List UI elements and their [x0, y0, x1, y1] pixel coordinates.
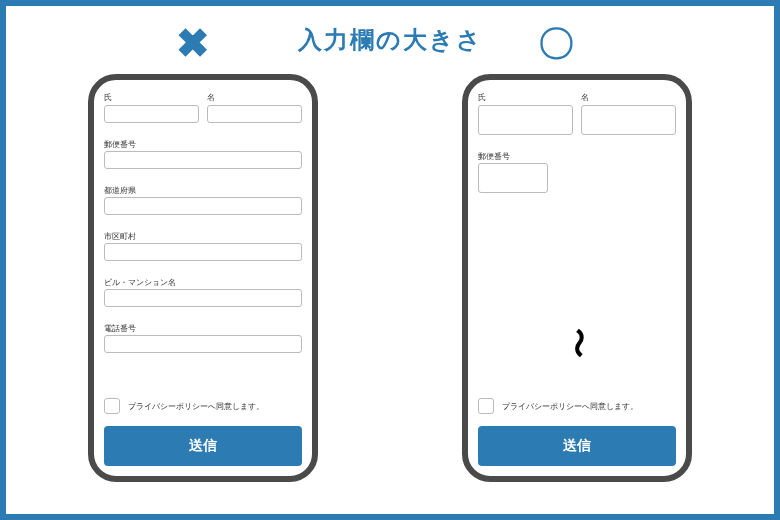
label-prefecture: 都道府県: [104, 186, 136, 195]
page-title: 入力欄の大きさ: [298, 24, 483, 56]
input-firstname[interactable]: [581, 105, 676, 135]
input-building[interactable]: [104, 289, 302, 307]
label-phone: 電話番号: [104, 324, 136, 333]
label-firstname: 名: [581, 92, 676, 103]
submit-button[interactable]: 送信: [478, 426, 676, 466]
input-lastname[interactable]: [478, 105, 573, 135]
input-firstname[interactable]: [207, 105, 302, 123]
input-postal[interactable]: [104, 151, 302, 169]
label-building: ビル・マンション名: [104, 278, 176, 287]
phone-mockup-bad: 氏 名 郵便番号 都道府県 市区町村 ビル・: [88, 74, 318, 482]
input-lastname[interactable]: [104, 105, 199, 123]
submit-button-label: 送信: [563, 437, 591, 455]
form-good: 氏 名 郵便番号 〜: [478, 92, 676, 398]
comparison-frame: ✖ 入力欄の大きさ 〇 氏 名 郵便番号 都道府県: [0, 0, 780, 520]
label-firstname: 名: [207, 92, 302, 103]
input-phone[interactable]: [104, 335, 302, 353]
privacy-checkbox[interactable]: [104, 398, 120, 414]
label-lastname: 氏: [104, 92, 199, 103]
privacy-label: プライバシーポリシーへ同意します。: [128, 401, 264, 412]
privacy-label: プライバシーポリシーへ同意します。: [502, 401, 638, 412]
input-prefecture[interactable]: [104, 197, 302, 215]
phone-mockup-good: 氏 名 郵便番号 〜 プライバシーポリシーへ同意します。 送信: [462, 74, 692, 482]
label-lastname: 氏: [478, 92, 573, 103]
circle-icon: 〇: [538, 20, 574, 69]
input-postal[interactable]: [478, 163, 548, 193]
cross-icon: ✖: [176, 20, 210, 66]
privacy-row-bad: プライバシーポリシーへ同意します。: [104, 398, 302, 414]
submit-button[interactable]: 送信: [104, 426, 302, 466]
privacy-row-good: プライバシーポリシーへ同意します。: [478, 398, 676, 414]
header-row: ✖ 入力欄の大きさ 〇: [6, 24, 774, 56]
label-postal: 郵便番号: [478, 152, 510, 161]
ellipsis-icon: 〜: [557, 328, 598, 358]
form-bad: 氏 名 郵便番号 都道府県 市区町村 ビル・: [104, 92, 302, 398]
label-postal: 郵便番号: [104, 140, 136, 149]
submit-button-label: 送信: [189, 437, 217, 455]
label-city: 市区町村: [104, 232, 136, 241]
privacy-checkbox[interactable]: [478, 398, 494, 414]
input-city[interactable]: [104, 243, 302, 261]
